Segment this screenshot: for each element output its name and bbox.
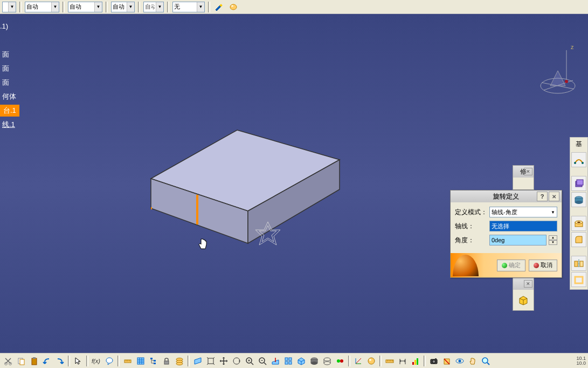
redo-icon[interactable]: [54, 355, 66, 367]
analysis-icon[interactable]: [410, 355, 421, 367]
toolbar-separator: [86, 356, 88, 366]
zoom-in-icon[interactable]: [244, 355, 255, 367]
lock-icon[interactable]: [161, 355, 172, 367]
svg-point-79: [311, 362, 317, 365]
svg-rect-24: [577, 180, 583, 185]
shading-icon[interactable]: [308, 355, 320, 367]
section-icon[interactable]: [441, 355, 453, 367]
combo-6[interactable]: ▼: [172, 2, 205, 12]
fit-icon[interactable]: [205, 355, 217, 367]
sketch-icon[interactable]: [571, 152, 586, 167]
ruler-icon[interactable]: [384, 355, 396, 367]
cut-icon[interactable]: [2, 355, 14, 367]
dialog-titlebar[interactable]: 旋转定义 ? ✕: [451, 190, 562, 202]
close-icon[interactable]: ✕: [549, 192, 559, 201]
pan-icon[interactable]: [218, 355, 230, 367]
angle-spinner[interactable]: ▲▼: [549, 235, 557, 245]
chevron-down-icon[interactable]: ▼: [156, 2, 163, 12]
copy-icon[interactable]: [15, 355, 27, 367]
solid-body[interactable]: [129, 122, 356, 264]
combo-4[interactable]: ▼: [111, 2, 135, 12]
tree-icon[interactable]: [148, 355, 160, 367]
combo-3[interactable]: ▼: [68, 2, 102, 12]
chevron-down-icon[interactable]: ▼: [94, 2, 102, 12]
material-icon[interactable]: [365, 355, 377, 367]
undo-icon[interactable]: [41, 355, 53, 367]
camera-icon[interactable]: [428, 355, 440, 367]
cancel-dot-icon: [534, 263, 539, 268]
mode-dropdown[interactable]: 轴线-角度▼: [489, 207, 557, 217]
view-mode-icon[interactable]: [454, 355, 466, 367]
plane-icon[interactable]: [192, 355, 204, 367]
chevron-down-icon[interactable]: ▼: [8, 2, 16, 12]
panel-title: ✕: [513, 278, 534, 290]
toolbar-separator: [188, 356, 190, 366]
svg-rect-70: [289, 358, 292, 360]
chevron-down-icon[interactable]: ▼: [51, 2, 59, 12]
axis-field[interactable]: 无选择: [489, 221, 557, 231]
hole-icon[interactable]: [571, 216, 586, 231]
hand-icon[interactable]: [467, 355, 479, 367]
measure-icon[interactable]: [122, 355, 134, 367]
svg-point-85: [340, 359, 343, 363]
chevron-down-icon[interactable]: ▼: [197, 2, 204, 12]
close-icon[interactable]: ✕: [524, 280, 532, 288]
angle-field[interactable]: 0deg: [489, 235, 547, 246]
svg-rect-104: [435, 358, 437, 359]
grid-icon[interactable]: [135, 355, 147, 367]
viewport[interactable]: .1) 面 面 面 何体 台.1 线.1: [0, 14, 588, 353]
modify-panel: 修✕: [513, 165, 534, 190]
formula-icon[interactable]: f(x): [91, 355, 102, 367]
svg-point-27: [575, 201, 583, 204]
normal-view-icon[interactable]: [269, 355, 281, 367]
ok-button[interactable]: 确定: [497, 260, 525, 271]
svg-rect-54: [154, 363, 156, 364]
svg-rect-31: [575, 261, 578, 267]
cancel-button[interactable]: 取消: [529, 260, 557, 271]
angle-label: 角度：: [455, 236, 487, 245]
dimension-icon[interactable]: [397, 355, 409, 367]
fillet-icon[interactable]: [571, 232, 586, 247]
svg-rect-47: [137, 358, 144, 364]
chevron-down-icon[interactable]: ▼: [127, 2, 134, 12]
compass-icon[interactable]: z: [534, 44, 577, 87]
tree-item-selected[interactable]: 台.1: [0, 105, 19, 117]
balloon-icon[interactable]: [103, 355, 115, 367]
dialog-footer: 确定 取消: [451, 253, 562, 277]
axis-icon[interactable]: [352, 355, 364, 367]
shell-icon[interactable]: [571, 272, 586, 287]
layers-icon[interactable]: [174, 355, 185, 367]
tree-item[interactable]: 面: [0, 49, 19, 60]
svg-point-21: [574, 162, 576, 164]
zoom-out-icon[interactable]: [257, 355, 268, 367]
svg-text:f(x): f(x): [92, 358, 100, 364]
hide-show-icon[interactable]: [334, 355, 346, 367]
combo-5[interactable]: ▼: [143, 2, 164, 12]
paste-icon[interactable]: [28, 355, 40, 367]
mirror-icon[interactable]: [571, 256, 586, 271]
tree-item[interactable]: 面: [0, 77, 19, 88]
brush-icon[interactable]: [213, 1, 225, 13]
close-icon[interactable]: ✕: [524, 168, 532, 175]
toolbar-separator: [379, 356, 382, 366]
tree-item[interactable]: 面: [0, 63, 19, 74]
cube-icon[interactable]: [517, 294, 529, 306]
magnify-icon[interactable]: [480, 355, 492, 367]
multi-view-icon[interactable]: [282, 355, 294, 367]
tree-item[interactable]: 何体: [0, 91, 19, 103]
combo-2[interactable]: ▼: [25, 2, 59, 12]
svg-point-42: [106, 358, 113, 363]
tree-item[interactable]: 线.1: [0, 119, 19, 131]
rotate-view-icon[interactable]: [231, 355, 243, 367]
pocket-icon[interactable]: [571, 192, 586, 207]
iso-view-icon[interactable]: [295, 355, 307, 367]
svg-point-60: [233, 358, 240, 364]
feature-tree: .1) 面 面 面 何体 台.1 线.1: [0, 46, 19, 133]
eraser-icon[interactable]: [227, 1, 239, 13]
pointer-icon[interactable]: [72, 355, 84, 367]
combo-1[interactable]: ▼: [2, 2, 16, 12]
svg-line-86: [356, 358, 361, 364]
pad-icon[interactable]: [571, 176, 586, 191]
wireframe-icon[interactable]: [321, 355, 333, 367]
help-button[interactable]: ?: [537, 192, 548, 201]
